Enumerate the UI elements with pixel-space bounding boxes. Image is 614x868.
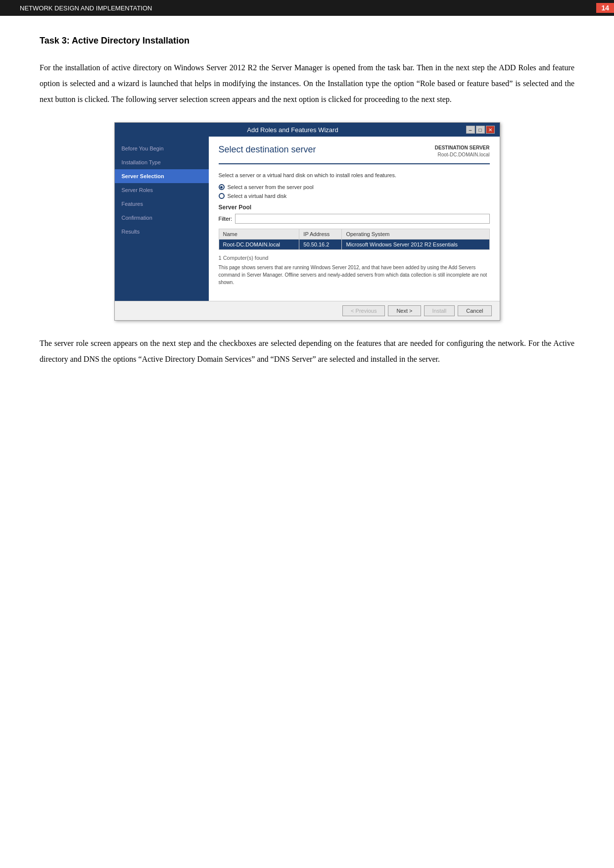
server-os: Microsoft Windows Server 2012 R2 Essenti… — [342, 240, 489, 250]
wizard-sidebar: Before You Begin Installation Type Serve… — [115, 137, 209, 301]
radio-server-pool-label: Select a server from the server pool — [228, 184, 314, 190]
wizard-footer: < Previous Next > Install Cancel — [115, 301, 500, 320]
maximize-button[interactable]: □ — [476, 126, 485, 134]
radio-virtual-disk-label: Select a virtual hard disk — [228, 193, 287, 199]
sidebar-item-results[interactable]: Results — [115, 225, 209, 239]
previous-button[interactable]: < Previous — [342, 305, 385, 316]
sidebar-item-installation-type[interactable]: Installation Type — [115, 155, 209, 169]
info-text: This page shows servers that are running… — [219, 264, 490, 286]
wizard-window: Add Roles and Features Wizard – □ ✕ Befo… — [114, 122, 500, 321]
sidebar-item-before-you-begin[interactable]: Before You Begin — [115, 142, 209, 155]
destination-label: DESTINATION SERVER — [435, 145, 490, 151]
header-bar: NETWORK DESIGN AND IMPLEMENTATION 14 — [0, 0, 614, 16]
sidebar-item-server-selection[interactable]: Server Selection — [115, 169, 209, 183]
filter-label: Filter: — [219, 216, 233, 222]
computers-found: 1 Computer(s) found — [219, 255, 490, 261]
minimize-button[interactable]: – — [466, 126, 475, 134]
wizard-titlebar: Add Roles and Features Wizard – □ ✕ — [115, 123, 500, 137]
header-title: NETWORK DESIGN AND IMPLEMENTATION — [20, 4, 152, 12]
wizard-body: Before You Begin Installation Type Serve… — [115, 137, 500, 301]
sidebar-item-features[interactable]: Features — [115, 197, 209, 211]
close-button[interactable]: ✕ — [486, 126, 495, 134]
table-row[interactable]: Root-DC.DOMAIN.local 50.50.16.2 Microsof… — [219, 240, 489, 250]
body-paragraph: For the installation of active directory… — [40, 60, 574, 107]
destination-value: Root-DC.DOMAIN.local — [435, 151, 490, 158]
sidebar-item-server-roles[interactable]: Server Roles — [115, 183, 209, 197]
server-name: Root-DC.DOMAIN.local — [219, 240, 299, 250]
install-button[interactable]: Install — [424, 305, 455, 316]
wizard-panel-header: Select destination server DESTINATION SE… — [219, 145, 490, 164]
titlebar-controls: – □ ✕ — [466, 126, 495, 134]
server-table: Name IP Address Operating System Root-DC… — [219, 229, 490, 250]
main-content: Task 3: Active Directory Installation Fo… — [0, 16, 614, 387]
filter-row: Filter: — [219, 214, 490, 224]
next-button[interactable]: Next > — [388, 305, 421, 316]
wizard-panel-title: Select destination server — [219, 145, 316, 155]
col-ip: IP Address — [299, 229, 342, 240]
server-pool-label: Server Pool — [219, 204, 490, 211]
col-os: Operating System — [342, 229, 489, 240]
radio-server-pool-button[interactable] — [219, 184, 225, 190]
wizard-description: Select a server or a virtual hard disk o… — [219, 172, 490, 178]
cancel-button[interactable]: Cancel — [458, 305, 491, 316]
task-title: Task 3: Active Directory Installation — [40, 36, 574, 46]
wizard-title: Add Roles and Features Wizard — [120, 126, 466, 134]
destination-server-info: DESTINATION SERVER Root-DC.DOMAIN.local — [435, 145, 490, 158]
page-number: 14 — [596, 3, 614, 13]
col-name: Name — [219, 229, 299, 240]
server-ip: 50.50.16.2 — [299, 240, 342, 250]
radio-virtual-disk-button[interactable] — [219, 193, 225, 199]
sidebar-item-confirmation[interactable]: Confirmation — [115, 211, 209, 225]
radio-server-pool[interactable]: Select a server from the server pool — [219, 184, 490, 190]
filter-input[interactable] — [235, 214, 490, 224]
bottom-paragraph: The server role screen appears on the ne… — [40, 336, 574, 367]
table-header-row: Name IP Address Operating System — [219, 229, 489, 240]
radio-virtual-disk[interactable]: Select a virtual hard disk — [219, 193, 490, 199]
wizard-right-panel: Select destination server DESTINATION SE… — [209, 137, 500, 301]
